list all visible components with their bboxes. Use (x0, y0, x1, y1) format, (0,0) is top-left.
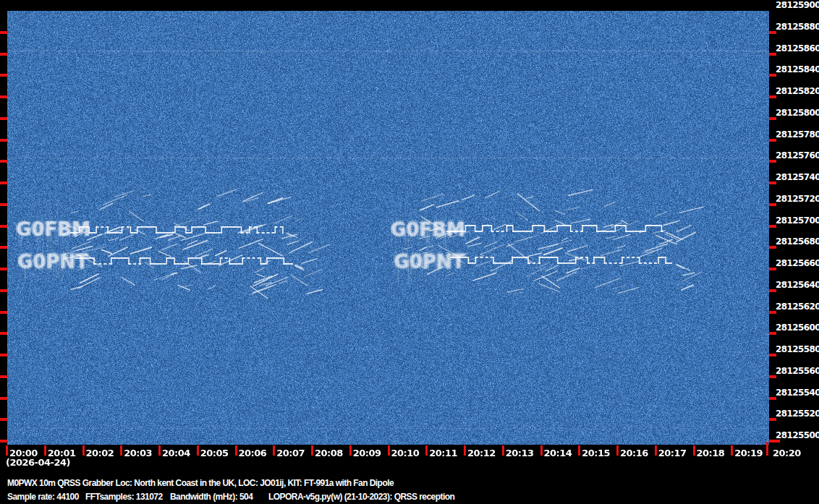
time-tick (197, 445, 199, 456)
freq-tick-left (0, 225, 7, 228)
time-label: 20:06 (239, 448, 267, 458)
freq-tick-left (0, 311, 7, 314)
freq-tick-right (769, 160, 776, 163)
date-label: (2026-04-24) (6, 457, 70, 468)
time-tick (44, 445, 46, 456)
freq-tick-left (0, 53, 7, 56)
freq-label: 28125800 (776, 108, 813, 118)
freq-tick-left (0, 418, 7, 421)
bandwidth-label: Bandwidth (mHz): 504 (170, 492, 253, 502)
freq-tick-right (769, 375, 776, 378)
freq-label: 28125900 (776, 0, 813, 10)
freq-label: 28125520 (776, 409, 813, 419)
time-label: 20:12 (467, 448, 496, 458)
time-tick (540, 445, 543, 456)
time-tick (120, 445, 122, 456)
time-label: 20:02 (86, 448, 114, 458)
freq-tick-left (0, 397, 7, 400)
freq-label: 28125740 (776, 172, 813, 182)
freq-tick-right (769, 440, 780, 443)
freq-label: 28125720 (776, 194, 813, 204)
freq-tick-right (769, 31, 776, 34)
sample-rate-label: Sample rate: 44100 (7, 492, 79, 502)
freq-tick-left (0, 375, 7, 378)
freq-label: 28125780 (776, 129, 813, 140)
time-label: 20:07 (276, 448, 305, 458)
time-tick (425, 445, 428, 456)
software-version-label: LOPORA-v5g.py(w) (21-10-2023): QRSS rece… (268, 492, 454, 502)
freq-tick-left (0, 160, 7, 163)
freq-tick-left (0, 139, 7, 142)
freq-tick-right (769, 203, 776, 206)
time-tick (235, 445, 237, 456)
freq-tick-right (769, 74, 776, 77)
freq-label: 28125600 (776, 323, 813, 333)
freq-tick-left (0, 289, 7, 292)
time-tick (578, 445, 580, 456)
time-label: 20:15 (582, 448, 610, 458)
freq-tick-right (769, 95, 776, 98)
time-tick (82, 445, 85, 456)
time-tick (349, 445, 352, 456)
freq-tick-left (0, 268, 7, 270)
freq-label: 28125700 (776, 215, 813, 226)
freq-tick-right (769, 311, 776, 314)
freq-label: 28125640 (776, 280, 813, 290)
time-label: 20:20 (773, 448, 801, 458)
time-label: 20:11 (429, 448, 457, 458)
freq-tick-right (769, 225, 776, 228)
time-tick (158, 445, 161, 456)
freq-tick-left (0, 181, 7, 184)
freq-label: 28125620 (776, 302, 813, 312)
freq-label: 28125660 (776, 258, 813, 268)
freq-label: 28125760 (776, 150, 813, 161)
time-label: 20:19 (734, 448, 763, 458)
time-label: 20:04 (162, 448, 190, 458)
freq-label: 28125820 (776, 86, 813, 96)
freq-tick-left (0, 95, 7, 98)
time-label: 20:18 (697, 448, 725, 458)
freq-tick-right (769, 139, 776, 142)
time-label: 20:03 (124, 448, 152, 458)
freq-tick-right (769, 268, 776, 270)
freq-tick-right (769, 354, 776, 356)
freq-tick-left (0, 246, 7, 249)
freq-tick-left (0, 332, 7, 335)
time-label: 20:14 (544, 448, 572, 458)
time-tick (616, 445, 619, 456)
freq-tick-left (0, 74, 7, 77)
time-label: 20:17 (658, 448, 687, 458)
freq-label: 28125500 (776, 430, 813, 440)
freq-tick-right (769, 332, 776, 335)
time-label: 20:09 (353, 448, 381, 458)
time-tick (655, 445, 657, 456)
time-label: 20:13 (506, 448, 534, 458)
time-tick (464, 445, 466, 456)
time-label: 20:10 (391, 448, 420, 458)
time-tick (311, 445, 313, 456)
time-tick (766, 442, 768, 456)
freq-tick-left (0, 31, 7, 34)
freq-label: 28125560 (776, 366, 813, 376)
time-label: 20:16 (620, 448, 648, 458)
time-tick (273, 445, 275, 456)
station-info-line: M0PWX 10m QRSS Grabber Loc: North kent C… (7, 478, 394, 488)
freq-label: 28125860 (776, 43, 813, 54)
freq-tick-left (0, 440, 7, 443)
freq-label: 28125680 (776, 236, 813, 247)
freq-label: 28125580 (776, 344, 813, 354)
qrss-grabber-window: 2812590028125880281258602812584028125820… (0, 0, 819, 504)
freq-tick-left (0, 354, 7, 356)
time-tick (731, 445, 733, 456)
freq-label: 28125840 (776, 64, 813, 74)
freq-tick-right (769, 53, 776, 56)
time-tick (502, 445, 504, 456)
freq-label: 28125880 (776, 22, 813, 32)
freq-label: 28125540 (776, 388, 813, 398)
freq-tick-left (0, 117, 7, 120)
fft-samples-label: FFTsamples: 131072 (85, 492, 163, 502)
time-label: 20:05 (200, 448, 229, 458)
freq-tick-right (769, 181, 776, 184)
spectrogram-canvas (7, 11, 769, 445)
time-label: 20:08 (315, 448, 343, 458)
